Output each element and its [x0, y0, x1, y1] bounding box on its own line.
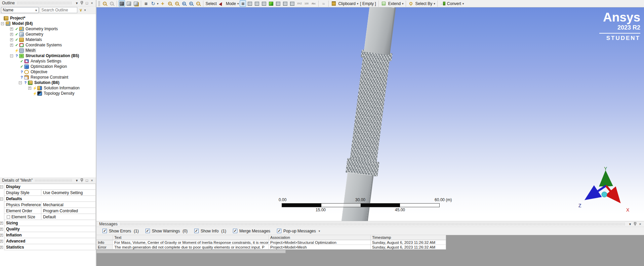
details-section-statistics[interactable]: + Statistics: [0, 244, 96, 250]
collapse-icon[interactable]: −: [0, 197, 3, 201]
merge-messages-checkbox[interactable]: ✓: [233, 229, 237, 233]
column-timestamp[interactable]: Timestamp: [371, 235, 446, 240]
show-info-checkbox[interactable]: ✓: [194, 229, 199, 233]
label-abc-icon[interactable]: Abc: [310, 0, 317, 7]
tree-item-topology-density[interactable]: ⚡ Topology Density: [0, 91, 96, 96]
expand-icon[interactable]: +: [0, 234, 3, 237]
details-maximize-icon[interactable]: □: [84, 178, 89, 183]
tree-item-project[interactable]: Project*: [0, 15, 96, 21]
tree-item-solution[interactable]: − ? Solution (B6): [0, 80, 96, 85]
details-section-defaults[interactable]: − Defaults: [0, 196, 96, 202]
collapse-icon[interactable]: −: [0, 185, 3, 188]
details-section-quality[interactable]: + Quality: [0, 226, 96, 232]
messages-horizontal-scrollbar[interactable]: [96, 250, 644, 253]
toolbar-drag-handle[interactable]: [98, 1, 100, 6]
tag-icon[interactable]: 100: [303, 0, 310, 7]
popup-messages-checkbox[interactable]: ✓: [277, 229, 281, 233]
show-errors-checkbox[interactable]: ✓: [103, 229, 107, 233]
messages-menu-icon[interactable]: ▾: [628, 222, 633, 227]
tree-item-objective[interactable]: ? Objective: [0, 69, 96, 75]
details-section-sizing[interactable]: + Sizing: [0, 220, 96, 226]
extend-edge-icon[interactable]: [282, 0, 288, 7]
pan-icon[interactable]: +: [160, 0, 166, 7]
vertex-select-icon[interactable]: [247, 0, 253, 7]
clipboard-icon[interactable]: [330, 0, 337, 7]
clipboard-dropdown-icon[interactable]: ▾: [357, 2, 359, 5]
convert-label[interactable]: Convert: [447, 1, 461, 6]
details-prop-element-order[interactable]: Element Order Program Controlled: [0, 208, 96, 214]
face-select-icon[interactable]: [261, 0, 267, 7]
collapse-icon[interactable]: −: [1, 22, 4, 25]
select-by-pin-icon[interactable]: [408, 0, 414, 7]
expand-icon[interactable]: +: [10, 33, 13, 36]
details-close-icon[interactable]: ×: [89, 178, 94, 183]
zoom-in-icon[interactable]: +: [167, 0, 173, 7]
extend-vertex-icon[interactable]: [275, 0, 281, 7]
tree-item-response-constraint[interactable]: ? Response Constraint: [0, 75, 96, 80]
expand-icon[interactable]: +: [10, 38, 13, 41]
popup-messages-dropdown-icon[interactable]: ▾: [319, 229, 320, 233]
extend-dropdown-icon[interactable]: ▾: [402, 2, 404, 5]
column-text[interactable]: Text: [113, 235, 269, 240]
multi-select-icon[interactable]: ▦: [240, 0, 246, 7]
show-warnings-checkbox[interactable]: ✓: [146, 229, 150, 233]
message-row-error[interactable]: Error The mesh generation did not comple…: [96, 245, 446, 250]
prop-value[interactable]: Use Geometry Setting: [41, 190, 95, 195]
outline-pin-icon[interactable]: [79, 1, 84, 6]
mode-label[interactable]: Mode: [226, 1, 236, 6]
messages-close-icon[interactable]: ×: [638, 222, 643, 227]
rotate-options-icon[interactable]: ▾: [157, 2, 159, 5]
zoom-fit-icon[interactable]: ●: [181, 0, 187, 7]
tree-item-geometry-imports[interactable]: + ✓ Geometry Imports: [0, 26, 96, 32]
tree-item-mesh[interactable]: ⚡ Mesh: [0, 48, 96, 53]
tree-item-materials[interactable]: + ✓ Materials: [0, 37, 96, 42]
column-association[interactable]: Association: [269, 235, 371, 240]
details-section-display[interactable]: − Display: [0, 184, 96, 190]
edge-select-icon[interactable]: [254, 0, 260, 7]
details-prop-element-size[interactable]: Element Size Default: [0, 214, 96, 220]
collapse-icon[interactable]: −: [19, 81, 22, 84]
expand-icon[interactable]: +: [10, 28, 13, 31]
outline-close-icon[interactable]: ×: [89, 1, 94, 6]
details-prop-display-style[interactable]: Display Style Use Geometry Setting: [0, 190, 96, 196]
beam-model[interactable]: [342, 7, 396, 221]
tree-item-optimization-region[interactable]: ✓ Optimization Region: [0, 64, 96, 69]
select-by-dropdown-icon[interactable]: ▾: [434, 2, 435, 5]
view-grid-icon[interactable]: ▦: [143, 0, 149, 7]
zoom-globe-icon[interactable]: ●: [188, 0, 194, 7]
expand-icon[interactable]: +: [28, 87, 31, 90]
expand-icon[interactable]: +: [0, 222, 3, 225]
tree-item-geometry[interactable]: + ✓ Geometry: [0, 32, 96, 37]
tree-item-analysis-settings[interactable]: ✓ Analysis Settings: [0, 58, 96, 64]
convert-icon[interactable]: →: [439, 0, 446, 7]
element-size-checkbox[interactable]: [7, 215, 10, 219]
expand-icon[interactable]: +: [0, 228, 3, 231]
extend-face-icon[interactable]: [289, 0, 295, 7]
outline-menu-icon[interactable]: ▾: [74, 1, 79, 6]
convert-dropdown-icon[interactable]: ▾: [462, 2, 464, 5]
column-type[interactable]: [96, 235, 113, 240]
prop-value[interactable]: Default: [41, 214, 95, 220]
clipboard-label[interactable]: Clipboard: [338, 1, 355, 6]
select-cursor-icon[interactable]: [218, 0, 225, 7]
look-at-face-icon[interactable]: [126, 0, 132, 7]
search-outline-input[interactable]: [40, 7, 77, 13]
expand-icon[interactable]: +: [0, 246, 3, 249]
details-menu-icon[interactable]: ▾: [74, 178, 79, 183]
zoom-previous-icon[interactable]: ‹: [102, 0, 108, 7]
details-pin-icon[interactable]: [79, 178, 84, 183]
details-prop-physics-preference[interactable]: Physics Preference Mechanical: [0, 202, 96, 208]
zoom-box-icon[interactable]: +: [174, 0, 180, 7]
expand-icon[interactable]: +: [0, 240, 3, 243]
extend-icon[interactable]: [380, 0, 387, 7]
collapse-icon[interactable]: −: [10, 54, 13, 57]
outline-maximize-icon[interactable]: □: [84, 1, 89, 6]
zoom-out-icon[interactable]: −: [195, 0, 201, 7]
tree-item-solution-information[interactable]: + ⚡ Solution Information: [0, 85, 96, 91]
tree-item-model[interactable]: − Model (B4): [0, 21, 96, 26]
details-section-inflation[interactable]: + Inflation: [0, 232, 96, 238]
scrollbar-thumb[interactable]: [96, 250, 286, 253]
zoom-next-icon[interactable]: ›: [109, 0, 115, 7]
select-by-label[interactable]: Select By: [415, 1, 433, 6]
body-select-icon[interactable]: [268, 0, 274, 7]
